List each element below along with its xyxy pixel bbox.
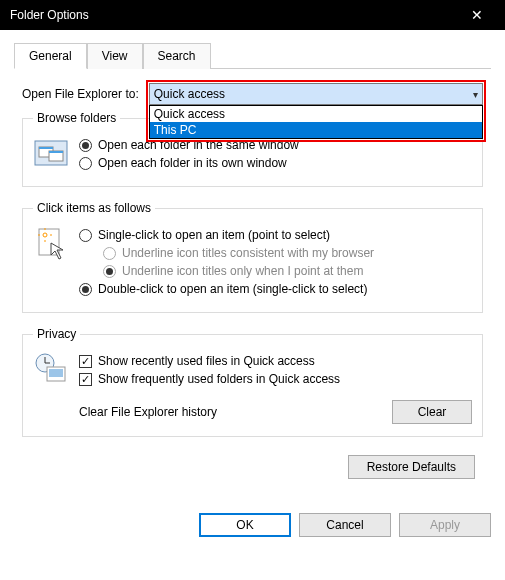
dialog-footer: OK Cancel Apply bbox=[0, 503, 505, 553]
svg-rect-15 bbox=[49, 369, 63, 377]
open-explorer-label: Open File Explorer to: bbox=[22, 87, 139, 101]
check-frequent-folders[interactable]: Show frequently used folders in Quick ac… bbox=[79, 372, 472, 387]
radio-underline-point: Underline icon titles only when I point … bbox=[103, 264, 472, 279]
cancel-button[interactable]: Cancel bbox=[299, 513, 391, 537]
privacy-legend: Privacy bbox=[33, 327, 80, 341]
titlebar: Folder Options ✕ bbox=[0, 0, 505, 30]
radio-icon bbox=[79, 229, 92, 242]
radio-underline-browser: Underline icon titles consistent with my… bbox=[103, 246, 472, 261]
privacy-icon bbox=[33, 351, 69, 387]
open-explorer-dropdown: Quick access This PC bbox=[149, 105, 483, 139]
combo-option-this-pc[interactable]: This PC bbox=[150, 122, 482, 138]
checkbox-icon bbox=[79, 355, 92, 368]
tab-general[interactable]: General bbox=[14, 43, 87, 69]
apply-button: Apply bbox=[399, 513, 491, 537]
radio-icon bbox=[103, 265, 116, 278]
clear-button[interactable]: Clear bbox=[392, 400, 472, 424]
tab-view[interactable]: View bbox=[87, 43, 143, 69]
click-items-group: Click items as follows Single-click to o… bbox=[22, 201, 483, 313]
radio-icon bbox=[79, 283, 92, 296]
window-title: Folder Options bbox=[8, 8, 457, 22]
open-explorer-combo[interactable]: Quick access ▾ bbox=[149, 83, 483, 105]
clear-history-label: Clear File Explorer history bbox=[79, 405, 217, 419]
combo-option-quick-access[interactable]: Quick access bbox=[150, 106, 482, 122]
folders-icon bbox=[33, 135, 69, 171]
radio-same-window[interactable]: Open each folder in the same window bbox=[79, 138, 472, 153]
radio-icon bbox=[79, 157, 92, 170]
tab-search[interactable]: Search bbox=[143, 43, 211, 69]
tabs: General View Search bbox=[14, 42, 491, 69]
radio-own-window[interactable]: Open each folder in its own window bbox=[79, 156, 472, 171]
radio-icon bbox=[103, 247, 116, 260]
check-recent-files[interactable]: Show recently used files in Quick access bbox=[79, 354, 472, 369]
close-icon[interactable]: ✕ bbox=[457, 7, 497, 23]
combo-value: Quick access bbox=[154, 87, 225, 101]
svg-rect-3 bbox=[39, 147, 53, 149]
radio-icon bbox=[79, 139, 92, 152]
ok-button[interactable]: OK bbox=[199, 513, 291, 537]
privacy-group: Privacy Show recently used files in Quic… bbox=[22, 327, 483, 437]
checkbox-icon bbox=[79, 373, 92, 386]
svg-rect-4 bbox=[49, 151, 63, 153]
radio-single-click[interactable]: Single-click to open an item (point to s… bbox=[79, 228, 472, 243]
click-icon bbox=[33, 225, 69, 261]
browse-legend: Browse folders bbox=[33, 111, 120, 125]
click-legend: Click items as follows bbox=[33, 201, 155, 215]
chevron-down-icon: ▾ bbox=[473, 89, 478, 100]
radio-double-click[interactable]: Double-click to open an item (single-cli… bbox=[79, 282, 472, 297]
restore-defaults-button[interactable]: Restore Defaults bbox=[348, 455, 475, 479]
